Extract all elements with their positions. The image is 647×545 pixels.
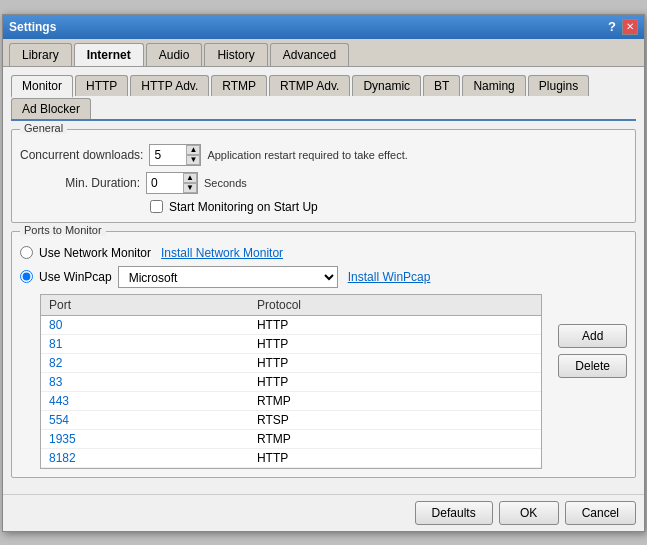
table-row[interactable]: 443RTMP	[41, 391, 541, 410]
concurrent-spinner-btns: ▲ ▼	[186, 145, 200, 165]
delete-button[interactable]: Delete	[558, 354, 627, 378]
port-cell: 443	[41, 391, 249, 410]
port-cell: 8182	[41, 448, 249, 467]
wincap-dropdown[interactable]: Microsoft WinPcap	[118, 266, 338, 288]
title-bar: Settings ? ✕	[3, 15, 644, 39]
protocol-cell: HTTP	[249, 353, 541, 372]
wincap-row: Use WinPcap Microsoft WinPcap Install Wi…	[20, 266, 627, 288]
tab-outer-advanced[interactable]: Advanced	[270, 43, 349, 66]
port-cell: 1935	[41, 429, 249, 448]
concurrent-input[interactable]	[150, 146, 186, 164]
tab-naming[interactable]: Naming	[462, 75, 525, 96]
main-content: Monitor HTTP HTTP Adv. RTMP RTMP Adv. Dy…	[3, 67, 644, 494]
min-duration-down[interactable]: ▼	[183, 183, 197, 193]
tab-ad-blocker[interactable]: Ad Blocker	[11, 98, 91, 119]
start-monitoring-checkbox[interactable]	[150, 200, 163, 213]
tab-dynamic[interactable]: Dynamic	[352, 75, 421, 96]
install-wincap-link[interactable]: Install WinPcap	[348, 270, 431, 284]
window-title: Settings	[9, 20, 56, 34]
port-cell: 83	[41, 372, 249, 391]
port-cell: 82	[41, 353, 249, 372]
protocol-cell: RTSP	[249, 410, 541, 429]
general-label: General	[20, 122, 67, 134]
ports-section: Ports to Monitor Use Network Monitor Ins…	[11, 231, 636, 478]
col-protocol: Protocol	[249, 295, 541, 316]
table-row[interactable]: 80HTTP	[41, 315, 541, 334]
seconds-label: Seconds	[204, 177, 247, 189]
concurrent-down[interactable]: ▼	[186, 155, 200, 165]
tab-outer-internet[interactable]: Internet	[74, 43, 144, 66]
tab-outer-audio[interactable]: Audio	[146, 43, 203, 66]
install-network-link[interactable]: Install Network Monitor	[161, 246, 283, 260]
table-row[interactable]: 1935RTMP	[41, 429, 541, 448]
start-monitoring-label: Start Monitoring on Start Up	[169, 200, 318, 214]
network-monitor-radio[interactable]	[20, 246, 33, 259]
port-table: Port Protocol 80HTTP81HTTP82HTTP83HTTP44…	[41, 295, 541, 468]
settings-window: Settings ? ✕ Library Internet Audio Hist…	[2, 14, 645, 532]
concurrent-label: Concurrent downloads:	[20, 148, 143, 162]
tab-rtmp-adv[interactable]: RTMP Adv.	[269, 75, 350, 96]
min-duration-up[interactable]: ▲	[183, 173, 197, 183]
min-duration-spinner-btns: ▲ ▼	[183, 173, 197, 193]
table-row[interactable]: 554RTSP	[41, 410, 541, 429]
outer-tab-bar: Library Internet Audio History Advanced	[3, 39, 644, 67]
tab-http[interactable]: HTTP	[75, 75, 128, 96]
port-cell: 80	[41, 315, 249, 334]
title-bar-controls: ? ✕	[608, 19, 638, 35]
concurrent-up[interactable]: ▲	[186, 145, 200, 155]
protocol-cell: HTTP	[249, 372, 541, 391]
protocol-cell: HTTP	[249, 334, 541, 353]
protocol-cell: RTMP	[249, 429, 541, 448]
min-duration-label: Min. Duration:	[20, 176, 140, 190]
port-cell: 81	[41, 334, 249, 353]
protocol-cell: HTTP	[249, 448, 541, 467]
wincap-radio[interactable]	[20, 270, 33, 283]
concurrent-spinner[interactable]: ▲ ▼	[149, 144, 201, 166]
protocol-cell: HTTP	[249, 315, 541, 334]
table-row[interactable]: 82HTTP	[41, 353, 541, 372]
help-button[interactable]: ?	[608, 19, 616, 34]
ports-label: Ports to Monitor	[20, 224, 106, 236]
defaults-button[interactable]: Defaults	[415, 501, 493, 525]
table-row[interactable]: 8182HTTP	[41, 448, 541, 467]
min-duration-row: Min. Duration: ▲ ▼ Seconds	[20, 172, 627, 194]
min-duration-spinner[interactable]: ▲ ▼	[146, 172, 198, 194]
bottom-buttons: Defaults OK Cancel	[3, 494, 644, 531]
tab-plugins[interactable]: Plugins	[528, 75, 589, 96]
tab-bt[interactable]: BT	[423, 75, 460, 96]
ports-inner: Use Network Monitor Install Network Moni…	[20, 240, 627, 469]
concurrent-row: Concurrent downloads: ▲ ▼ Application re…	[20, 144, 627, 166]
start-monitoring-row: Start Monitoring on Start Up	[150, 200, 627, 214]
wincap-label: Use WinPcap	[39, 270, 112, 284]
tab-rtmp[interactable]: RTMP	[211, 75, 267, 96]
tab-http-adv[interactable]: HTTP Adv.	[130, 75, 209, 96]
tab-outer-history[interactable]: History	[204, 43, 267, 66]
network-monitor-row: Use Network Monitor Install Network Moni…	[20, 246, 627, 260]
tab-monitor[interactable]: Monitor	[11, 75, 73, 98]
close-button[interactable]: ✕	[622, 19, 638, 35]
tab-outer-library[interactable]: Library	[9, 43, 72, 66]
port-cell: 554	[41, 410, 249, 429]
ports-layout: Port Protocol 80HTTP81HTTP82HTTP83HTTP44…	[20, 294, 627, 469]
concurrent-note: Application restart required to take eff…	[207, 149, 407, 161]
table-row[interactable]: 83HTTP	[41, 372, 541, 391]
table-row[interactable]: 81HTTP	[41, 334, 541, 353]
col-port: Port	[41, 295, 249, 316]
cancel-button[interactable]: Cancel	[565, 501, 636, 525]
add-button[interactable]: Add	[558, 324, 627, 348]
general-section: General Concurrent downloads: ▲ ▼ Applic…	[11, 129, 636, 223]
ports-actions: Add Delete	[558, 294, 627, 378]
port-table-wrap: Port Protocol 80HTTP81HTTP82HTTP83HTTP44…	[40, 294, 542, 469]
min-duration-input[interactable]	[147, 174, 183, 192]
inner-tab-bar: Monitor HTTP HTTP Adv. RTMP RTMP Adv. Dy…	[11, 75, 636, 121]
protocol-cell: RTMP	[249, 391, 541, 410]
ok-button[interactable]: OK	[499, 501, 559, 525]
network-monitor-label: Use Network Monitor	[39, 246, 151, 260]
